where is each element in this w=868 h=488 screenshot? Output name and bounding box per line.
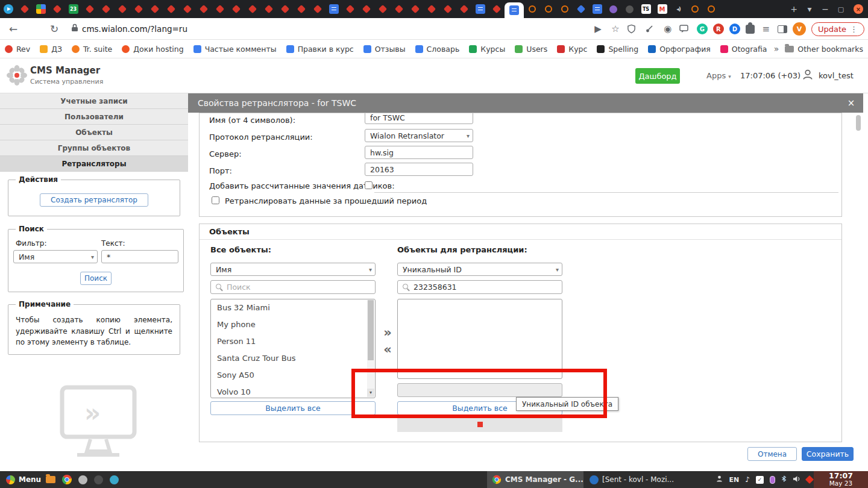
search-button[interactable]: Поиск xyxy=(80,272,112,285)
browser-tab[interactable] xyxy=(146,0,163,18)
wialon-tray-icon[interactable] xyxy=(805,475,814,484)
move-right-button[interactable]: » xyxy=(380,325,395,341)
sidebar-item-2[interactable]: Объекты xyxy=(0,125,188,140)
cancel-button[interactable]: Отмена xyxy=(747,447,797,461)
name-input[interactable] xyxy=(365,113,473,124)
all-objects-search[interactable] xyxy=(210,280,376,294)
browser-tab[interactable]: M xyxy=(654,0,670,18)
bookmark-item[interactable]: Курс xyxy=(557,45,587,54)
browser-tab[interactable] xyxy=(130,0,146,18)
back-button[interactable]: ← xyxy=(5,23,22,35)
close-window-button[interactable]: × xyxy=(854,4,863,14)
bookmark-item[interactable]: Отзывы xyxy=(363,45,406,54)
browser-tab[interactable]: 23 xyxy=(65,0,81,18)
launcher-icon[interactable] xyxy=(110,475,119,484)
object-list-item[interactable]: My phone xyxy=(211,316,375,333)
browser-tab[interactable] xyxy=(605,0,621,18)
server-input[interactable] xyxy=(365,146,473,159)
bookmark-item[interactable]: Курсы xyxy=(469,45,505,54)
user-tray-icon[interactable] xyxy=(715,475,723,484)
object-list-item[interactable]: Person 11 xyxy=(211,333,375,350)
apps-menu[interactable]: Apps ▾ xyxy=(706,71,731,80)
reload-button[interactable]: ↻ xyxy=(46,23,63,35)
bookmark-item[interactable]: Users xyxy=(515,45,547,54)
files-icon[interactable] xyxy=(46,476,55,483)
update-button[interactable]: Update ⋮ xyxy=(811,22,864,36)
new-tab-button[interactable]: + xyxy=(786,0,802,18)
browser-tab[interactable] xyxy=(0,0,16,18)
filter-select[interactable]: Имя xyxy=(13,250,98,263)
keyboard-layout[interactable]: EN xyxy=(729,476,740,484)
browser-tab[interactable] xyxy=(524,0,540,18)
modal-close-icon[interactable]: × xyxy=(845,97,857,109)
record-icon[interactable]: ◉ xyxy=(662,23,674,34)
music-note-icon[interactable]: ♪ xyxy=(745,475,750,484)
target-search-input[interactable] xyxy=(414,283,557,292)
move-left-button[interactable]: « xyxy=(380,342,395,358)
browser-tab[interactable] xyxy=(114,0,130,18)
object-list-item[interactable]: Sony A50 xyxy=(211,367,375,384)
username[interactable]: kovl_test xyxy=(819,71,854,80)
bookmark-item[interactable]: Словарь xyxy=(415,45,460,54)
browser-tab[interactable] xyxy=(326,0,342,18)
browser-tab[interactable] xyxy=(423,0,439,18)
browser-tab[interactable] xyxy=(670,0,687,18)
taskbar-clock[interactable]: 17:07 May 23 xyxy=(814,471,868,488)
browser-tab[interactable] xyxy=(540,0,556,18)
sidebar-item-1[interactable]: Пользователи xyxy=(0,109,188,125)
object-list-item[interactable]: Bus 32 Miami xyxy=(211,299,375,316)
all-objects-list[interactable]: Bus 32 MiamiMy phonePerson 11Santa Cruz … xyxy=(210,299,376,398)
browser-tab[interactable]: TS xyxy=(638,0,654,18)
active-tab[interactable] xyxy=(505,2,524,18)
bookmark-item[interactable]: Spelling xyxy=(597,45,638,54)
object-list-item[interactable]: Santa Cruz Tour Bus xyxy=(211,350,375,367)
browser-tab[interactable] xyxy=(391,0,407,18)
bookmark-item[interactable]: Частые комменты xyxy=(193,45,277,54)
select-all-left-button[interactable]: Выделить все xyxy=(210,401,376,415)
object-list-item[interactable]: Volvo 10 xyxy=(211,384,375,398)
browser-tab[interactable] xyxy=(309,0,326,18)
browser-tab[interactable] xyxy=(488,0,505,18)
tab-search-icon[interactable]: ▾ xyxy=(802,0,817,18)
bookmark-star-icon[interactable]: ☆ xyxy=(609,23,621,34)
other-bookmarks[interactable]: Other bookmarks xyxy=(785,45,863,54)
all-objects-filter-select[interactable]: Имя xyxy=(210,263,376,276)
browser-tab[interactable] xyxy=(195,0,212,18)
reading-list-icon[interactable]: ≡ xyxy=(760,23,772,34)
browser-tab[interactable] xyxy=(472,0,488,18)
sidebar-item-3[interactable]: Группы объектов xyxy=(0,140,188,156)
r-extension-icon[interactable]: R xyxy=(713,23,724,34)
save-button[interactable]: Сохранить xyxy=(802,447,854,461)
browser-tab[interactable] xyxy=(293,0,309,18)
browser-tab[interactable] xyxy=(260,0,277,18)
extensions-puzzle-icon[interactable] xyxy=(746,25,755,34)
target-search[interactable] xyxy=(397,280,562,294)
launcher-icon[interactable] xyxy=(94,475,103,484)
d-extension-icon[interactable]: D xyxy=(729,23,740,34)
all-objects-search-input[interactable] xyxy=(227,283,370,292)
past-period-checkbox[interactable] xyxy=(212,196,219,204)
maximize-window-button[interactable]: ▢ xyxy=(833,0,849,18)
browser-tab[interactable] xyxy=(456,0,472,18)
brush-icon[interactable] xyxy=(644,25,656,34)
sensors-checkbox[interactable] xyxy=(365,181,373,189)
browser-tab[interactable] xyxy=(277,0,293,18)
volume-icon[interactable] xyxy=(793,475,800,484)
shield-icon[interactable] xyxy=(627,24,639,34)
scrollbar-thumb[interactable] xyxy=(368,300,374,360)
chrome-icon[interactable] xyxy=(62,475,72,484)
taskbar-menu-button[interactable]: Menu xyxy=(2,471,45,488)
target-filter-select[interactable]: Уникальный ID xyxy=(397,263,562,276)
browser-tab[interactable] xyxy=(374,0,391,18)
mouse-icon[interactable] xyxy=(770,476,775,484)
launcher-icon[interactable] xyxy=(78,475,87,484)
bookmark-item[interactable]: Правки в курс xyxy=(286,45,354,54)
browser-tab[interactable] xyxy=(703,0,719,18)
browser-tab[interactable] xyxy=(49,0,65,18)
browser-tab[interactable] xyxy=(228,0,244,18)
browser-tab[interactable] xyxy=(98,0,114,18)
protocol-select[interactable]: Wialon Retranslator xyxy=(365,129,473,142)
bookmark-item[interactable]: Tr. suite xyxy=(72,45,112,54)
target-objects-list[interactable] xyxy=(397,299,562,379)
bookmarks-overflow-icon[interactable]: » xyxy=(774,44,779,54)
